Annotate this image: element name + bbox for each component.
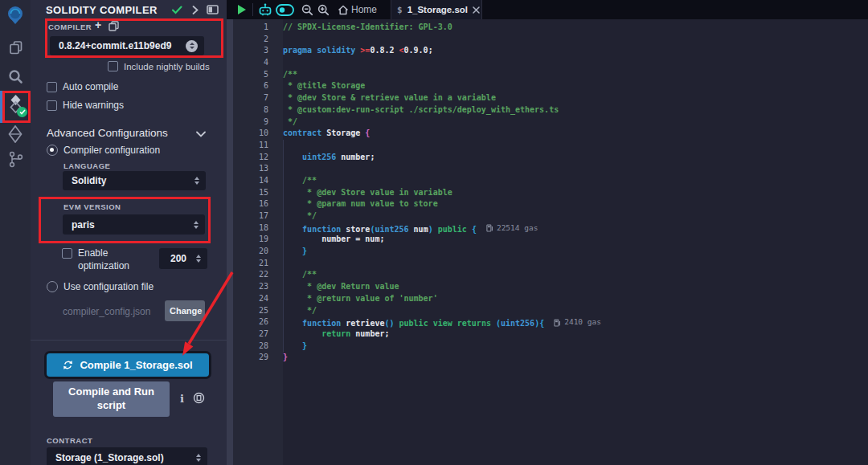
line-number: 20 xyxy=(233,246,283,258)
line-number: 26 xyxy=(233,316,283,328)
compile-button[interactable]: Compile 1_Storage.sol xyxy=(47,353,209,377)
editor-line[interactable]: 5/** xyxy=(233,69,868,81)
editor-line[interactable]: 15 * @dev Store value in variable xyxy=(233,187,868,199)
git-icon[interactable] xyxy=(8,151,23,168)
line-number: 10 xyxy=(233,128,283,140)
ai-assistant-robot-icon[interactable] xyxy=(258,2,272,17)
editor-line[interactable]: 12 uint256 number; xyxy=(233,152,868,164)
editor-line[interactable]: 3pragma solidity >=0.8.2 <0.9.0; xyxy=(233,45,868,57)
compile-button-label: Compile 1_Storage.sol xyxy=(80,359,192,371)
editor-line[interactable]: 20 } xyxy=(233,246,868,258)
add-compiler-icon[interactable]: + xyxy=(95,18,101,31)
deploy-run-icon[interactable] xyxy=(7,124,23,143)
enable-optimization-checkbox[interactable] xyxy=(62,248,72,259)
editor-line[interactable]: 8 * @custom:dev-run-script ./scripts/dep… xyxy=(233,104,868,116)
solidity-compiler-panel: SOLIDITY COMPILER COMPILER + 0.8.24+comm… xyxy=(31,0,233,465)
use-configuration-file-label: Use configuration file xyxy=(63,281,154,292)
hide-warnings-row[interactable]: Hide warnings xyxy=(47,100,124,111)
stepper-icon xyxy=(194,221,199,229)
compile-and-run-button[interactable]: Compile and Run script xyxy=(53,381,170,417)
home-icon[interactable] xyxy=(338,5,349,15)
editor-line[interactable]: 28 } xyxy=(233,341,868,353)
code-line: return number; xyxy=(283,328,389,341)
editor-line[interactable]: 16 * @param num value to store xyxy=(233,198,868,210)
line-number: 3 xyxy=(233,45,283,57)
compiler-version-select[interactable]: 0.8.24+commit.e11b9ed9 xyxy=(50,36,204,55)
tab-1-storage-sol[interactable]: $ 1_Storage.sol xyxy=(391,0,482,19)
code-line: pragma solidity >=0.8.2 <0.9.0; xyxy=(283,45,433,57)
code-line: // SPDX-License-Identifier: GPL-3.0 xyxy=(283,22,452,34)
use-configuration-file-radio[interactable] xyxy=(47,281,58,292)
language-select[interactable]: Solidity xyxy=(63,171,206,190)
zoom-in-icon[interactable] xyxy=(317,4,330,16)
line-number: 2 xyxy=(233,34,283,46)
tab-close-icon[interactable] xyxy=(473,6,480,14)
editor-line[interactable]: 11 xyxy=(233,140,868,152)
advanced-configurations-title[interactable]: Advanced Configurations xyxy=(47,127,168,139)
file-explorer-icon[interactable] xyxy=(7,39,24,55)
optimization-runs-input[interactable]: 200 xyxy=(159,248,207,269)
line-number: 18 xyxy=(233,222,283,235)
contract-select[interactable]: Storage (1_Storage.sol) xyxy=(47,447,207,465)
editor-line[interactable]: 22 /** xyxy=(233,269,868,281)
editor-line[interactable]: 26 function retrieve() public view retur… xyxy=(233,316,868,328)
editor-line[interactable]: 19 number = num; xyxy=(233,234,868,246)
editor-line[interactable]: 21 xyxy=(233,258,868,270)
editor-line[interactable]: 17 */ xyxy=(233,210,868,222)
hide-warnings-checkbox[interactable] xyxy=(47,100,57,111)
compiler-version-value: 0.8.24+commit.e11b9ed9 xyxy=(59,40,186,51)
use-configuration-file-row[interactable]: Use configuration file xyxy=(47,281,154,292)
nightly-checkbox[interactable] xyxy=(108,61,118,71)
compiler-configuration-row[interactable]: Compiler configuration xyxy=(47,145,160,156)
editor-line[interactable]: 18 function store(uint256 num) public {2… xyxy=(233,222,868,235)
info-icon[interactable]: i xyxy=(180,393,184,405)
editor-line[interactable]: 1// SPDX-License-Identifier: GPL-3.0 xyxy=(233,22,868,34)
config-file-name[interactable]: compiler_config.json xyxy=(63,306,150,317)
editor-line[interactable]: 29} xyxy=(233,352,868,364)
gas-estimate: 22514 gas xyxy=(486,222,538,235)
editor-line[interactable]: 10contract Storage { xyxy=(233,128,868,140)
enable-optimization-row[interactable]: Enable optimization xyxy=(62,247,139,272)
copy-compiler-icon[interactable] xyxy=(108,21,119,31)
search-icon[interactable] xyxy=(8,69,23,84)
editor-line[interactable]: 9 */ xyxy=(233,116,868,128)
editor-line[interactable]: 13 xyxy=(233,163,868,175)
copy-icon[interactable] xyxy=(193,392,205,404)
change-config-button[interactable]: Change xyxy=(165,300,205,321)
remix-logo[interactable] xyxy=(5,5,26,26)
code-line: } xyxy=(283,341,307,353)
editor-line[interactable]: 14 /** xyxy=(233,175,868,187)
run-script-icon[interactable] xyxy=(237,4,247,15)
chevron-down-icon[interactable] xyxy=(196,131,206,137)
include-nightly-row[interactable]: Include nightly builds xyxy=(108,61,210,71)
line-number: 25 xyxy=(233,305,283,317)
chevron-right-icon[interactable] xyxy=(192,6,199,14)
editor-line[interactable]: 7 * @dev Store & retrieve value in a var… xyxy=(233,92,868,104)
contract-value: Storage (1_Storage.sol) xyxy=(55,452,196,463)
compiler-configuration-radio[interactable] xyxy=(47,145,58,156)
code-line: function store(uint256 num) public {2251… xyxy=(283,222,538,235)
evm-version-label: EVM VERSION xyxy=(63,202,121,211)
auto-compile-checkbox[interactable] xyxy=(47,82,57,92)
panel-title: SOLIDITY COMPILER xyxy=(46,4,158,16)
editor-line[interactable]: 23 * @dev Return value xyxy=(233,281,868,293)
code-editor[interactable]: 1// SPDX-License-Identifier: GPL-3.023pr… xyxy=(233,19,868,465)
evm-version-select[interactable]: paris xyxy=(63,214,205,235)
zoom-out-icon[interactable] xyxy=(301,4,313,16)
editor-line[interactable]: 6 * @title Storage xyxy=(233,80,868,92)
line-number: 6 xyxy=(233,80,283,92)
editor-line[interactable]: 27 return number; xyxy=(233,328,868,341)
stepper-icon xyxy=(196,255,201,263)
home-button[interactable]: Home xyxy=(351,4,377,15)
editor-line[interactable]: 2 xyxy=(233,34,868,46)
line-number: 21 xyxy=(233,258,283,270)
editor-line[interactable]: 4 xyxy=(233,57,868,69)
ai-copilot-toggle-icon[interactable] xyxy=(276,4,294,16)
pin-panel-icon[interactable] xyxy=(207,5,219,14)
editor-line[interactable]: 24 * @return value of 'number' xyxy=(233,293,868,305)
code-line: * @param num value to store xyxy=(283,198,438,210)
auto-compile-row[interactable]: Auto compile xyxy=(47,81,118,92)
code-line: * @dev Store & retrieve value in a varia… xyxy=(283,92,496,104)
panel-resize-handle[interactable] xyxy=(227,19,233,465)
editor-line[interactable]: 25 */ xyxy=(233,305,868,317)
